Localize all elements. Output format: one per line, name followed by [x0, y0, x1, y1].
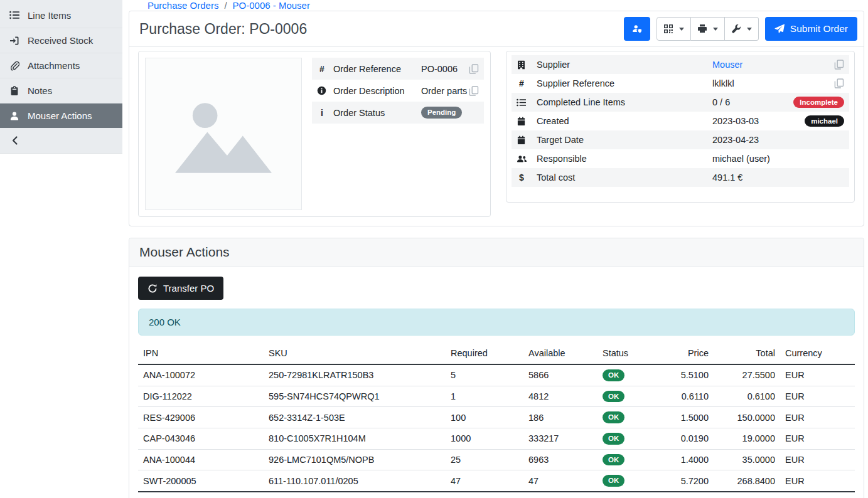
cell-currency: EUR: [780, 386, 855, 407]
order-status-badge: Pending: [421, 107, 462, 119]
copy-icon[interactable]: [834, 60, 844, 70]
cell-price: 5.5100: [654, 364, 714, 386]
detail-row-supplier-reference: # Supplier Reference lklklkl: [512, 74, 849, 93]
table-row: CAP-043046 810-C1005X7R1H104M 1000 33321…: [138, 428, 855, 449]
transfer-po-button[interactable]: Transfer PO: [138, 277, 223, 300]
list-check-icon: [517, 98, 537, 107]
cell-total: 268.8400: [714, 470, 780, 492]
list-icon: [9, 10, 19, 20]
cell-ipn: ANA-100072: [138, 364, 264, 386]
sidebar: Line Items Received Stock Attachments: [0, 0, 122, 498]
table-row: DIG-112022 595-SN74HCS74QPWRQ1 1 4812 OK…: [138, 386, 855, 407]
detail-row-total-cost: $ Total cost 491.1 €: [512, 168, 849, 187]
detail-label: Order Description: [333, 86, 421, 96]
cell-currency: EUR: [780, 428, 855, 449]
cell-required: 47: [446, 470, 523, 492]
col-available: Available: [523, 344, 597, 364]
info-circle-icon: [317, 86, 333, 95]
table-row: ANA-100072 250-72981KLRATR150B3 5 5866 O…: [138, 364, 855, 386]
order-details-section: # Order Reference PO-0006 Order Descri: [129, 47, 864, 226]
copy-icon[interactable]: [834, 78, 844, 88]
cell-available: 333217: [523, 428, 597, 449]
col-ipn: IPN: [138, 344, 264, 364]
cell-available: 186: [523, 407, 597, 428]
cell-currency: EUR: [780, 364, 855, 386]
cell-available: 5866: [523, 364, 597, 386]
breadcrumb: Purchase Orders / PO-0006 - Mouser: [129, 0, 864, 11]
cell-price: 0.6110: [654, 386, 714, 407]
cell-sku: 810-C1005X7R1H104M: [264, 428, 446, 449]
table-footer-row: Total 501.0000: [138, 492, 855, 498]
detail-label: Responsible: [537, 154, 712, 164]
cell-total: 27.5500: [714, 364, 780, 386]
detail-label: Target Date: [537, 135, 712, 145]
sidebar-item-mouser-actions[interactable]: Mouser Actions: [0, 103, 122, 128]
table-header-row: IPN SKU Required Available Status Price …: [138, 344, 855, 364]
mouser-actions-title: Mouser Actions: [139, 245, 230, 260]
cell-status: OK: [597, 364, 654, 386]
image-icon: [168, 88, 279, 180]
order-summary-card: # Order Reference PO-0006 Order Descri: [138, 51, 491, 217]
cell-sku: 595-SN74HCS74QPWRQ1: [264, 386, 446, 407]
col-currency: Currency: [780, 344, 855, 364]
detail-value: 2023-04-23: [712, 135, 844, 145]
print-actions-button[interactable]: [691, 17, 725, 41]
sidebar-item-label: Line Items: [28, 10, 71, 21]
copy-icon[interactable]: [469, 64, 479, 74]
chevron-down-icon: [679, 28, 684, 31]
sidebar-item-label: Received Stock: [28, 35, 93, 46]
transfer-po-label: Transfer PO: [163, 283, 214, 294]
col-sku: SKU: [264, 344, 446, 364]
purchase-order-panel: Purchase Order: PO-0006: [129, 11, 864, 226]
sidebar-item-notes[interactable]: Notes: [0, 78, 122, 103]
submit-order-button[interactable]: Submit Order: [765, 17, 857, 41]
user-roles-button[interactable]: [624, 17, 650, 41]
cell-status: OK: [597, 470, 654, 492]
purchase-order-header: Purchase Order: PO-0006: [129, 11, 864, 47]
table-row: ANA-100044 926-LMC7101QM5/NOPB 25 6963 O…: [138, 449, 855, 470]
order-image-placeholder[interactable]: [145, 58, 302, 210]
detail-value: Mouser: [712, 60, 834, 70]
detail-row-order-reference: # Order Reference PO-0006: [312, 58, 484, 80]
detail-label: Order Status: [333, 108, 421, 118]
supplier-details-card: Supplier Mouser # Supplier Reference lkl…: [506, 51, 855, 203]
incomplete-badge: Incomplete: [793, 97, 844, 109]
sidebar-item-attachments[interactable]: Attachments: [0, 53, 122, 78]
breadcrumb-link-purchase-orders[interactable]: Purchase Orders: [147, 0, 218, 11]
status-ok-badge: OK: [603, 454, 624, 466]
supplier-link[interactable]: Mouser: [712, 60, 742, 70]
status-alert-text: 200 OK: [149, 317, 181, 327]
detail-value: michael (user): [712, 154, 844, 164]
status-ok-badge: OK: [603, 391, 624, 403]
breadcrumb-link-current-order[interactable]: PO-0006 - Mouser: [233, 0, 310, 11]
sidebar-nav: Line Items Received Stock Attachments: [0, 3, 122, 128]
sign-in-icon: [9, 36, 19, 46]
detail-value: 2023-03-03: [712, 116, 805, 126]
order-actions-button[interactable]: [725, 17, 759, 41]
cell-required: 5: [446, 364, 523, 386]
sidebar-panel: Line Items Received Stock Attachments: [0, 0, 122, 154]
col-total: Total: [714, 344, 780, 364]
cell-currency: EUR: [780, 470, 855, 492]
status-ok-badge: OK: [603, 433, 624, 445]
users-icon: [517, 154, 537, 164]
sidebar-item-line-items[interactable]: Line Items: [0, 3, 122, 28]
cell-total: 35.0000: [714, 449, 780, 470]
detail-label: Total cost: [537, 172, 712, 183]
status-ok-badge: OK: [603, 475, 624, 487]
detail-value: lklklkl: [712, 78, 834, 88]
user-shield-icon: [632, 24, 642, 34]
mouser-actions-panel: Mouser Actions Transfer PO 200 OK: [129, 238, 864, 498]
line-items-table: IPN SKU Required Available Status Price …: [138, 344, 855, 498]
clipboard-icon: [9, 86, 19, 96]
sidebar-collapse-button[interactable]: [0, 128, 122, 153]
copy-icon[interactable]: [469, 86, 479, 96]
qr-code-icon: [663, 24, 673, 34]
sidebar-item-received-stock[interactable]: Received Stock: [0, 28, 122, 53]
calendar-icon: [517, 117, 537, 126]
app-root: Line Items Received Stock Attachments: [0, 0, 868, 498]
cell-available: 47: [523, 470, 597, 492]
cell-price: 0.0190: [654, 428, 714, 449]
hash-icon: #: [317, 64, 333, 74]
barcode-actions-button[interactable]: [656, 17, 691, 41]
